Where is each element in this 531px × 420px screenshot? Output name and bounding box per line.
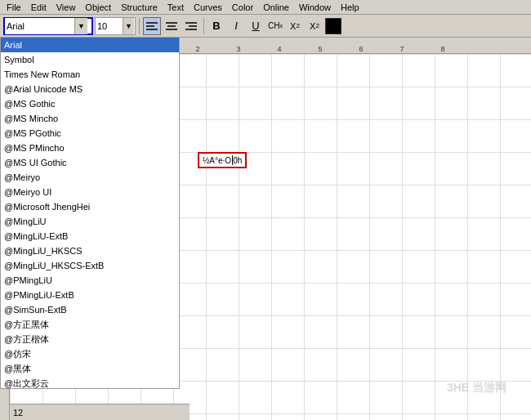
font-list-item[interactable]: @MS Mincho xyxy=(1,111,179,126)
italic-button[interactable]: I xyxy=(227,17,245,35)
toolbar: ▼ ▼ B I U CHx X2 X2 xyxy=(0,15,531,38)
font-list-item[interactable]: Times New Roman xyxy=(1,67,179,82)
font-list-item[interactable]: @MS PGothic xyxy=(1,126,179,141)
align-left-button[interactable] xyxy=(143,17,161,35)
menu-online[interactable]: Online xyxy=(258,0,294,15)
ruler-tick-label: 6 xyxy=(359,45,363,53)
color-picker[interactable] xyxy=(325,18,341,34)
font-name-select[interactable]: ▼ xyxy=(3,17,93,35)
menu-help[interactable]: Help xyxy=(336,0,364,15)
font-list-item[interactable]: @出文彩云 xyxy=(1,376,179,389)
font-list-item[interactable]: @SimSun-ExtB xyxy=(1,302,179,317)
font-name-dropdown-arrow[interactable]: ▼ xyxy=(74,18,87,34)
ruler-tick-label: 3 xyxy=(236,45,240,53)
watermark: 3HE 当游网 xyxy=(447,381,506,395)
menu-structure[interactable]: Structure xyxy=(116,0,163,15)
ruler-tick-label: 4 xyxy=(277,45,281,53)
font-list-item[interactable]: @方正楷体 xyxy=(1,332,179,346)
font-list-item[interactable]: @PMingLiU-ExtB xyxy=(1,288,179,302)
menu-curves[interactable]: Curves xyxy=(189,0,227,15)
ruler-tick-label: 7 xyxy=(399,45,404,53)
font-list-item[interactable]: @MS Gothic xyxy=(1,96,179,111)
canvas-text-content: ½A°e·O xyxy=(203,156,231,165)
font-list-item[interactable]: @黑体 xyxy=(1,361,179,376)
menu-edit[interactable]: Edit xyxy=(26,0,51,15)
menu-window[interactable]: Window xyxy=(294,0,336,15)
canvas-textbox[interactable]: ½A°e·O0h xyxy=(198,152,247,168)
main-area: ArialSymbolTimes New Roman@Arial Unicode… xyxy=(0,38,531,420)
svg-rect-1 xyxy=(146,25,154,27)
menu-file[interactable]: File xyxy=(2,0,26,15)
svg-rect-5 xyxy=(166,29,177,30)
align-center-button[interactable] xyxy=(163,17,181,35)
superscript-button[interactable]: X2 xyxy=(306,17,324,35)
font-size-select[interactable]: ▼ xyxy=(95,17,136,35)
font-list-item[interactable]: Symbol xyxy=(1,52,179,67)
font-list-item[interactable]: @Meiryo UI xyxy=(1,185,179,199)
svg-rect-3 xyxy=(166,22,177,24)
menu-text[interactable]: Text xyxy=(163,0,189,15)
menubar: File Edit View Object Structure Text Cur… xyxy=(0,0,531,15)
ruler-tick-label: 2 xyxy=(195,45,199,53)
font-name-input[interactable] xyxy=(5,18,74,34)
font-list[interactable]: ArialSymbolTimes New Roman@Arial Unicode… xyxy=(0,38,180,389)
font-list-item[interactable]: @MingLiU_HKSCS-ExtB xyxy=(1,258,179,273)
subscript-button[interactable]: X2 xyxy=(286,17,304,35)
ruler-tick-label: 8 xyxy=(440,45,444,53)
status-bar-left: 12 xyxy=(10,404,190,420)
underline-button[interactable]: U xyxy=(247,17,265,35)
ruler-tick-label: 5 xyxy=(318,45,322,53)
bold-button[interactable]: B xyxy=(207,17,225,35)
font-list-item[interactable]: Arial xyxy=(1,38,179,52)
svg-rect-0 xyxy=(146,22,158,24)
font-size-dropdown-arrow[interactable]: ▼ xyxy=(123,18,134,34)
font-list-item[interactable]: @Meiryo xyxy=(1,170,179,185)
font-list-item[interactable]: @仿宋 xyxy=(1,346,179,361)
align-left-icon xyxy=(146,21,158,31)
align-center-icon xyxy=(166,21,177,31)
ch-button[interactable]: CHx xyxy=(266,17,284,35)
font-list-item[interactable]: @MS PMincho xyxy=(1,141,179,155)
font-size-input[interactable] xyxy=(96,18,123,34)
canvas-text-suffix: 0h xyxy=(233,156,242,165)
align-right-button[interactable] xyxy=(182,17,200,35)
status-value: 12 xyxy=(13,408,23,418)
font-list-item[interactable]: @MingLiU_HKSCS xyxy=(1,244,179,258)
font-list-item[interactable]: @MS UI Gothic xyxy=(1,155,179,170)
align-right-icon xyxy=(185,21,197,31)
font-list-item[interactable]: @MingLiU xyxy=(1,214,179,229)
font-list-item[interactable]: @Arial Unicode MS xyxy=(1,82,179,96)
toolbar-sep-1 xyxy=(139,18,140,34)
svg-rect-4 xyxy=(167,25,176,27)
font-list-item[interactable]: @方正黑体 xyxy=(1,317,179,332)
svg-rect-6 xyxy=(185,22,197,24)
font-list-item[interactable]: @MingLiU-ExtB xyxy=(1,229,179,244)
menu-color[interactable]: Color xyxy=(227,0,258,15)
font-list-item[interactable]: @PMingLiU xyxy=(1,273,179,288)
menu-object[interactable]: Object xyxy=(80,0,116,15)
font-list-item[interactable]: @Microsoft JhengHei xyxy=(1,199,179,214)
svg-rect-2 xyxy=(146,29,158,30)
svg-rect-7 xyxy=(189,25,197,27)
svg-rect-8 xyxy=(185,29,197,30)
toolbar-sep-2 xyxy=(203,18,204,34)
menu-view[interactable]: View xyxy=(51,0,81,15)
